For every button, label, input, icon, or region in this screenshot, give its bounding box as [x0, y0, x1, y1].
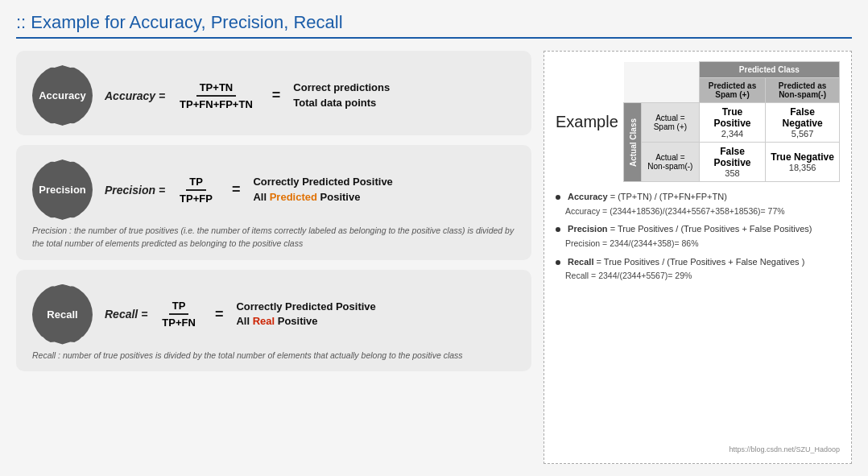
accuracy-row: Accuracy Accuracy = TP+TN TP+FN+FP+TN = …: [32, 65, 515, 126]
fn-cell: False Negative 5,567: [766, 103, 840, 143]
accuracy-result: Correct predictions Total data points: [293, 81, 390, 110]
recall-formula-label: Recall =: [105, 308, 147, 321]
precision-equals: =: [232, 181, 241, 198]
recall-numerator: TP: [169, 300, 189, 315]
actual-pos-label: Actual = Spam (+): [642, 103, 700, 143]
predicted-class-header: Predicted Class: [699, 62, 839, 78]
accuracy-numerator: TP+TN: [196, 81, 237, 97]
predicted-neg-header: Predicted as Non-spam(-): [766, 78, 840, 103]
fp-cell: False Positive 358: [699, 143, 765, 182]
precision-formula-section: Precision = TP TP+FP = Correctly Predict…: [105, 175, 515, 204]
precision-calc-value: Precision = 2344/(2344+358)= 86%: [556, 237, 840, 250]
precision-row: Precision Precision = TP TP+FP = Correct…: [32, 159, 515, 220]
accuracy-bullet: [556, 195, 560, 200]
accuracy-fraction: TP+TN TP+FN+FP+TN: [176, 81, 256, 110]
recall-equals: =: [215, 306, 224, 323]
metrics-explanation: Accuracy = (TP+TN) / (TP+FN+FP+TN) Accur…: [556, 190, 840, 288]
precision-fraction: TP TP+FP: [176, 176, 216, 205]
precision-numerator: TP: [186, 176, 206, 191]
recall-box: Recall Recall = TP TP+FN = Correctly Pre…: [16, 270, 531, 372]
recall-formula-section: Recall = TP TP+FN = Correctly Predicted …: [105, 300, 515, 329]
table-section: Example Predicted Class Predicted as Spa…: [556, 61, 840, 182]
accuracy-equals: =: [272, 87, 281, 104]
right-panel: Example Predicted Class Predicted as Spa…: [544, 51, 852, 464]
recall-result-line2: All Real Positive: [236, 314, 375, 329]
accuracy-box: Accuracy Accuracy = TP+TN TP+FN+FP+TN = …: [16, 51, 531, 135]
precision-formula-label: Precision =: [105, 184, 165, 197]
content-row: Accuracy Accuracy = TP+TN TP+FN+FP+TN = …: [16, 51, 852, 464]
precision-badge: Precision: [32, 159, 93, 220]
tn-cell: True Negative 18,356: [766, 143, 840, 182]
predicted-pos-header: Predicted as Spam (+): [699, 78, 765, 103]
actual-neg-label: Actual = Non-spam(-): [642, 143, 700, 182]
recall-calc-value: Recall = 2344/(2344+5567)= 29%: [556, 269, 840, 283]
tp-cell: True Positive 2,344: [699, 103, 765, 143]
confusion-table-wrapper: Predicted Class Predicted as Spam (+) Pr…: [623, 61, 840, 182]
recall-denominator: TP+FN: [159, 315, 199, 329]
precision-description: Precision : the number of true positives…: [32, 225, 515, 250]
precision-denominator: TP+FP: [176, 191, 216, 205]
accuracy-formula-section: Accuracy = TP+TN TP+FN+FP+TN = Correct p…: [105, 81, 515, 110]
precision-bullet: [556, 227, 560, 232]
recall-row: Recall Recall = TP TP+FN = Correctly Pre…: [32, 284, 515, 345]
accuracy-calc-item: Accuracy = (TP+TN) / (TP+FN+FP+TN) Accur…: [556, 190, 840, 217]
accuracy-calc-value: Accuracy = (2344+18536)/(2344+5567+358+1…: [556, 205, 840, 218]
accuracy-formula-label: Accuracy =: [105, 89, 165, 102]
accuracy-denominator: TP+FN+FP+TN: [176, 97, 256, 110]
recall-description: Recall : number of true positives is div…: [32, 350, 515, 362]
recall-bullet: [556, 260, 560, 265]
precision-result: Correctly Predicted Positive All Predict…: [253, 175, 392, 204]
recall-calc-item: Recall = True Positives / (True Positive…: [556, 255, 840, 283]
example-label: Example: [556, 113, 614, 131]
page-title: :: Example for Accuracy, Precision, Reca…: [16, 12, 852, 39]
precision-box: Precision Precision = TP TP+FP = Correct…: [16, 145, 531, 260]
accuracy-badge: Accuracy: [32, 65, 93, 126]
precision-calc-item: Precision = True Positives / (True Posit…: [556, 222, 840, 250]
recall-fraction: TP TP+FN: [159, 300, 199, 329]
recall-result: Correctly Predicted Positive All Real Po…: [236, 300, 375, 329]
watermark: https://blog.csdn.net/SZU_Hadoop: [556, 445, 840, 453]
confusion-matrix-table: Predicted Class Predicted as Spam (+) Pr…: [623, 61, 840, 182]
actual-class-header: Actual Class: [624, 103, 642, 182]
main-container: :: Example for Accuracy, Precision, Reca…: [0, 0, 868, 476]
recall-badge: Recall: [32, 284, 93, 345]
precision-result-line2: All Predicted Positive: [253, 190, 392, 205]
left-panel: Accuracy Accuracy = TP+TN TP+FN+FP+TN = …: [16, 51, 531, 464]
